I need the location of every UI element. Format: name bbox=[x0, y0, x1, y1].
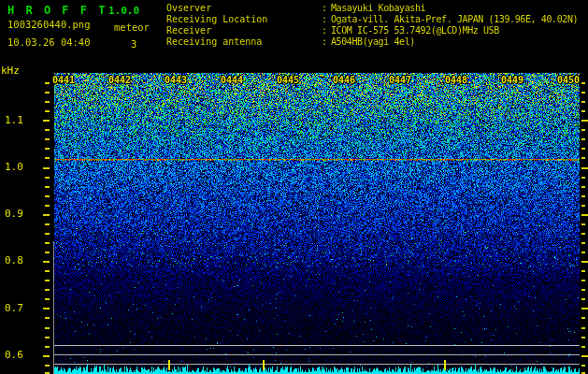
station-info: Ovserver:Masayuki Kobayashi Receiving Lo… bbox=[166, 3, 588, 48]
freq-tick-label: 0.9 bbox=[5, 208, 23, 220]
hrofft-output-image: H R O F F T 1.0.0 1003260440.png meteor … bbox=[0, 0, 588, 374]
info-row-receiver: Receiver:ICOM IC-575 53.7492(@LCD)MHz US… bbox=[166, 25, 588, 36]
mode-label: meteor bbox=[114, 22, 150, 33]
info-value: A504HB(yagi 4el) bbox=[331, 36, 415, 48]
spectrogram-canvas bbox=[0, 0, 588, 374]
freq-tick-label: 0.6 bbox=[5, 349, 23, 361]
output-filename: 1003260440.png bbox=[7, 19, 91, 30]
freq-tick-label: 0.8 bbox=[5, 254, 23, 266]
info-colon: : bbox=[322, 3, 331, 14]
time-tick-label: 0446 bbox=[333, 75, 355, 85]
time-tick-label: 0441 bbox=[52, 75, 75, 85]
time-tick-label: 0442 bbox=[108, 75, 131, 85]
app-version: 1.0.0 bbox=[108, 5, 139, 17]
freq-tick-label: 1.1 bbox=[5, 114, 23, 126]
info-colon: : bbox=[322, 14, 331, 25]
time-tick-label: 0445 bbox=[277, 75, 299, 85]
time-tick-label: 0444 bbox=[221, 75, 243, 85]
meteor-count: 3 bbox=[131, 38, 136, 50]
info-value: ICOM IC-575 53.7492(@LCD)MHz USB bbox=[331, 25, 499, 36]
app-title: H R O F F T bbox=[7, 4, 108, 17]
info-label: Receiving Location bbox=[166, 14, 322, 25]
time-tick-label: 0448 bbox=[445, 75, 467, 85]
info-row-location: Receiving Location:Ogata-vill. Akita-Pre… bbox=[166, 14, 588, 25]
time-tick-label: 0450 bbox=[557, 75, 580, 85]
time-tick-label: 0449 bbox=[501, 75, 523, 85]
info-value: Ogata-vill. Akita-Pref. JAPAN (139.96E, … bbox=[331, 14, 578, 25]
info-label: Receiver bbox=[166, 25, 322, 36]
info-value: Masayuki Kobayashi bbox=[331, 3, 425, 14]
info-colon: : bbox=[322, 25, 331, 36]
datetime-label: 10.03.26 04:40 bbox=[7, 36, 91, 48]
info-row-antenna: Receiving antenna:A504HB(yagi 4el) bbox=[166, 36, 588, 48]
freq-axis-unit: kHz bbox=[1, 65, 20, 77]
freq-tick-label: 0.7 bbox=[5, 302, 23, 314]
info-row-observer: Ovserver:Masayuki Kobayashi bbox=[166, 3, 588, 14]
time-tick-label: 0443 bbox=[165, 75, 187, 85]
info-colon: : bbox=[322, 36, 331, 48]
info-label: Ovserver bbox=[166, 3, 322, 14]
freq-tick-label: 1.0 bbox=[5, 161, 23, 173]
time-tick-label: 0447 bbox=[389, 75, 411, 85]
info-label: Receiving antenna bbox=[166, 36, 322, 48]
